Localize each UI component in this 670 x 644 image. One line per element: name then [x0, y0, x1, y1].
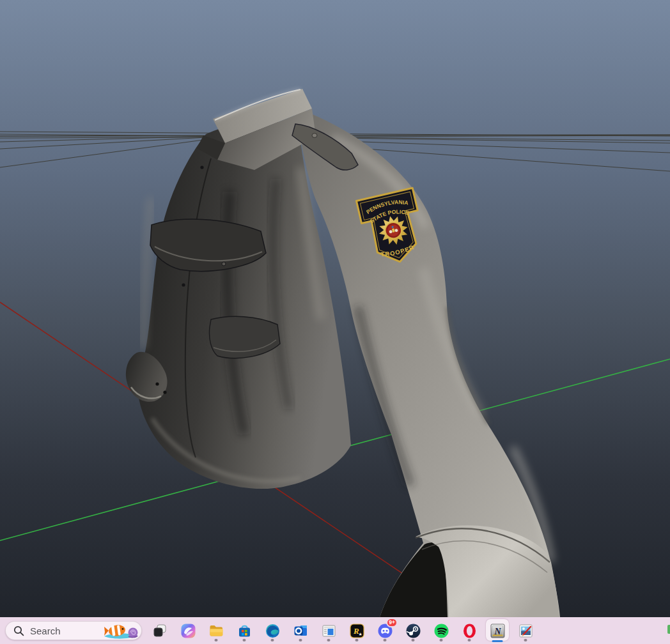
- model-viewer-icon: N: [490, 623, 506, 639]
- microsoft-store-button[interactable]: [235, 618, 253, 643]
- copilot-icon: [180, 623, 196, 639]
- screen: PENNSYLVANIA STATE POLICE: [0, 0, 670, 644]
- copilot-button[interactable]: [179, 618, 197, 643]
- search-daily-image-fish: [103, 622, 140, 640]
- task-view-button[interactable]: [151, 618, 169, 643]
- taskbar-search[interactable]: [5, 621, 142, 640]
- steam-icon: [405, 623, 421, 639]
- 3d-viewport[interactable]: PENNSYLVANIA STATE POLICE: [0, 0, 670, 617]
- shirt-model[interactable]: PENNSYLVANIA STATE POLICE: [126, 89, 560, 617]
- search-icon: [13, 625, 24, 636]
- discord-notification-badge: 9+: [386, 618, 398, 627]
- svg-text:★: ★: [358, 631, 362, 636]
- outlook-button[interactable]: [292, 618, 309, 643]
- outlook-icon: [293, 623, 309, 639]
- edge-icon: [265, 623, 281, 639]
- image-editor-icon: [518, 623, 534, 639]
- file-explorer-icon: [208, 623, 224, 639]
- discord-button[interactable]: 9+: [376, 618, 394, 643]
- rockstar-games-button[interactable]: R ★: [348, 618, 366, 643]
- desktop-window-button[interactable]: [320, 618, 338, 643]
- svg-text:N: N: [494, 626, 501, 636]
- image-editor-button[interactable]: [517, 618, 534, 643]
- desktop-window-icon: [321, 623, 337, 639]
- spotify-button[interactable]: [432, 618, 450, 643]
- steam-button[interactable]: [404, 618, 422, 643]
- edge-button[interactable]: [263, 618, 281, 643]
- taskbar: R ★ 9+: [0, 617, 670, 644]
- opera-icon: [462, 623, 478, 639]
- search-input[interactable]: [30, 625, 100, 636]
- active-app-indicator: [492, 640, 503, 643]
- task-view-icon: [152, 623, 168, 638]
- cropped-tray-icon[interactable]: [667, 625, 670, 634]
- file-explorer-button[interactable]: [207, 618, 225, 643]
- opera-button[interactable]: [460, 618, 478, 643]
- scene-svg: PENNSYLVANIA STATE POLICE: [0, 0, 670, 617]
- model-viewer-button-active[interactable]: N: [488, 618, 506, 643]
- spotify-icon: [433, 623, 449, 639]
- microsoft-store-icon: [237, 623, 253, 639]
- rockstar-games-icon: R ★: [349, 623, 365, 639]
